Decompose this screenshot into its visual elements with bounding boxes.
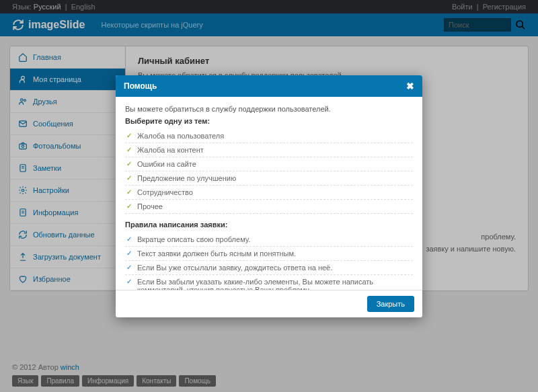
topic-item[interactable]: Жалоба на контент: [125, 143, 413, 157]
rules-title: Правила написания заявки:: [125, 221, 413, 229]
close-button[interactable]: Закрыть: [367, 296, 414, 312]
rule-item: Вкратце описать свою проблему.: [125, 233, 413, 247]
help-modal: Помощь ✖ Вы можете обратиться в службу п…: [116, 75, 422, 317]
modal-intro: Вы можете обратиться в службу поддержки …: [125, 105, 413, 113]
modal-body[interactable]: Вы можете обратиться в службу поддержки …: [116, 97, 422, 290]
modal-title: Помощь: [124, 81, 157, 91]
topic-item[interactable]: Прочее: [125, 200, 413, 214]
topic-item[interactable]: Сотрудничество: [125, 186, 413, 200]
rule-item: Если Вы забыли указать какие-либо элемен…: [125, 275, 413, 290]
rule-item: Текст заявки должен быть ясным и понятны…: [125, 247, 413, 261]
topic-item[interactable]: Ошибки на сайте: [125, 157, 413, 171]
rule-item: Если Вы уже отсылали заявку, дождитесь о…: [125, 261, 413, 275]
modal-choose: Выберите одну из тем:: [125, 117, 413, 125]
topic-item[interactable]: Жалоба на пользователя: [125, 129, 413, 143]
close-icon[interactable]: ✖: [406, 81, 414, 91]
topic-item[interactable]: Предложение по улучшению: [125, 171, 413, 186]
modal-overlay[interactable]: Помощь ✖ Вы можете обратиться в службу п…: [0, 0, 538, 392]
